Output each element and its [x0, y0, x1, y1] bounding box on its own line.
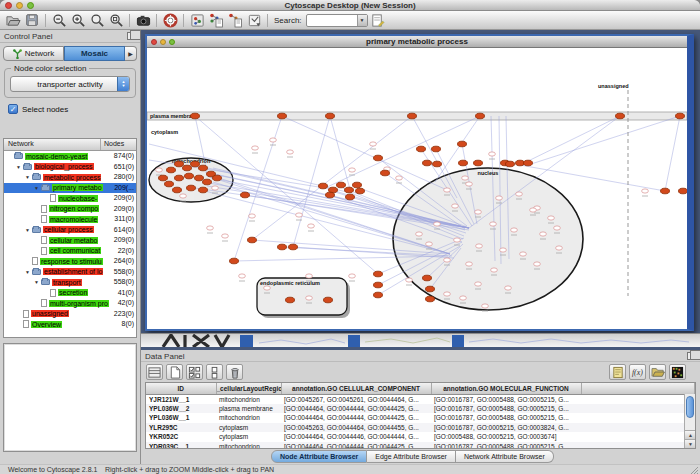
- zoom-fit-icon[interactable]: [107, 12, 125, 29]
- float-data-panel-icon[interactable]: [687, 352, 696, 360]
- network-node[interactable]: [156, 168, 163, 172]
- table-cell[interactable]: YJR121W__1: [146, 394, 216, 404]
- tree-expand-arrow-icon[interactable]: ▼: [25, 172, 32, 182]
- tree-expand-arrow-icon[interactable]: ▼: [16, 162, 23, 172]
- network-node[interactable]: [349, 274, 356, 278]
- tree-row[interactable]: cellular metabo209(0): [4, 235, 136, 246]
- network-node-selected[interactable]: [203, 179, 212, 185]
- tab-network-attribute-browser[interactable]: Network Attribute Browser: [456, 450, 554, 463]
- select-nodes-checkbox[interactable]: ✓: [8, 104, 18, 114]
- network-node-selected[interactable]: [248, 237, 257, 243]
- tab-network[interactable]: Network: [3, 46, 64, 61]
- network-node[interactable]: [505, 286, 512, 290]
- network-node[interactable]: [239, 274, 246, 278]
- table-cell[interactable]: [GO:0016787, GO:0005488, GO:0005215, G..…: [431, 442, 581, 450]
- network-node[interactable]: [516, 192, 523, 196]
- network-node[interactable]: [466, 262, 473, 266]
- network-node-selected[interactable]: [423, 160, 432, 166]
- table-cell[interactable]: YPL036W__1: [146, 413, 216, 423]
- tree-row-label[interactable]: nitrogen compo: [49, 205, 99, 212]
- network-node-selected[interactable]: [474, 160, 483, 166]
- network-node-selected[interactable]: [326, 113, 335, 119]
- network-node-selected[interactable]: [374, 282, 383, 288]
- table-cell[interactable]: [GO:0044464, GO:0044444, GO:0044425, G..…: [281, 413, 431, 423]
- network-node[interactable]: [296, 213, 303, 217]
- table-cell[interactable]: mitochondrion: [216, 413, 281, 423]
- network-node-selected[interactable]: [191, 161, 200, 167]
- table-cell[interactable]: mitochondrion: [216, 442, 281, 450]
- network-node-selected[interactable]: [506, 161, 515, 167]
- tree-expand-arrow-icon[interactable]: ▼: [34, 277, 41, 287]
- tree-row-label[interactable]: multi-organism pro: [49, 300, 109, 307]
- network-node-selected[interactable]: [159, 175, 168, 181]
- table-cell[interactable]: [GO:0016787, GO:0005488, GO:0005215, G..…: [431, 394, 581, 404]
- tree-row[interactable]: ▼primary metabo209(...: [4, 183, 136, 194]
- network-node[interactable]: [396, 176, 403, 180]
- table-column-header[interactable]: ID: [146, 383, 216, 394]
- network-node-selected[interactable]: [458, 141, 467, 147]
- network-node[interactable]: [520, 252, 527, 256]
- table-cell[interactable]: YPL036W__2: [146, 404, 216, 414]
- tree-row[interactable]: ▼metabolic process280(0): [4, 172, 136, 183]
- plasma-membrane-region[interactable]: [147, 112, 687, 120]
- network-node-selected[interactable]: [676, 113, 685, 119]
- network-node[interactable]: [475, 210, 482, 214]
- tree-row-label[interactable]: cell communicat: [49, 247, 101, 254]
- tree-row[interactable]: ▼biological_process651(0): [4, 162, 136, 173]
- table-column-header[interactable]: annotation.GO CELLULAR_COMPONENT: [281, 383, 431, 394]
- network-node[interactable]: [434, 222, 441, 226]
- attribute-grid-icon[interactable]: [146, 364, 163, 380]
- network-node-selected[interactable]: [433, 161, 442, 167]
- tree-row[interactable]: secretion41(0): [4, 288, 136, 299]
- network-node-selected[interactable]: [173, 187, 182, 193]
- network-node[interactable]: [556, 246, 563, 250]
- tree-row-label[interactable]: establishment of lo: [43, 268, 103, 275]
- open-file-icon[interactable]: [4, 12, 22, 29]
- tree-row[interactable]: ▼cellular process614(0): [4, 225, 136, 236]
- network-node-selected[interactable]: [175, 175, 184, 181]
- network-node[interactable]: [540, 232, 547, 236]
- table-cell[interactable]: plasma membrane: [216, 404, 281, 414]
- network-node-selected[interactable]: [459, 160, 468, 166]
- tree-expand-arrow-icon[interactable]: ▼: [25, 267, 32, 277]
- network-node-selected[interactable]: [230, 258, 239, 264]
- network-node-selected[interactable]: [426, 296, 435, 302]
- tree-row-label[interactable]: transport: [52, 279, 82, 286]
- table-row[interactable]: YDR039C__1mitochondrion[GO:0044464, GO:0…: [146, 442, 695, 450]
- network-node-selected[interactable]: [183, 165, 192, 171]
- tree-row-label[interactable]: response to stimulu: [40, 258, 103, 265]
- network-node[interactable]: [475, 282, 482, 286]
- network-node-selected[interactable]: [278, 113, 287, 119]
- network-node-selected[interactable]: [167, 167, 176, 173]
- network-node-selected[interactable]: [175, 161, 184, 167]
- tree-row-label[interactable]: macromolecule: [49, 216, 98, 223]
- network-node[interactable]: [554, 226, 561, 230]
- network-node-selected[interactable]: [616, 113, 625, 119]
- table-cell[interactable]: [GO:0044464, GO:0044444, GO:0044425, G..…: [281, 442, 431, 450]
- tree-row[interactable]: unassigned223(0): [4, 309, 136, 320]
- table-cell[interactable]: cytoplasm: [216, 423, 281, 433]
- table-cell[interactable]: YDR039C__1: [146, 442, 216, 450]
- network-node[interactable]: [444, 258, 451, 262]
- tree-row-label[interactable]: nucleobase-: [58, 195, 98, 202]
- tree-expand-arrow-icon[interactable]: ▼: [34, 183, 41, 193]
- select-attributes-icon[interactable]: [186, 364, 203, 380]
- network-node[interactable]: [530, 208, 537, 212]
- tree-row-label[interactable]: Overview: [31, 321, 62, 328]
- scrollbar-thumb[interactable]: [686, 396, 694, 418]
- scroll-down-icon[interactable]: ▼: [685, 439, 696, 448]
- search-combobox[interactable]: ▼: [306, 14, 368, 27]
- table-cell[interactable]: [GO:0045263, GO:0044464, GO:0044455, G..…: [281, 423, 431, 433]
- resize-grip-icon[interactable]: [690, 466, 699, 474]
- more-tabs-arrow-icon[interactable]: ▶: [125, 46, 137, 61]
- birds-eye-view[interactable]: [3, 343, 137, 452]
- network-node-selected[interactable]: [213, 175, 222, 181]
- tree-row-label[interactable]: unassigned: [31, 310, 69, 317]
- network-node-selected[interactable]: [679, 188, 688, 194]
- network-canvas[interactable]: plasma membranecytoplasmmitochondrionnuc…: [147, 48, 687, 329]
- network-node[interactable]: [308, 224, 315, 228]
- network-node-selected[interactable]: [356, 188, 365, 194]
- tree-row-label[interactable]: biological_process: [34, 163, 94, 170]
- table-cell[interactable]: cytoplasm: [216, 432, 281, 442]
- tree-column-nodes[interactable]: Nodes: [101, 139, 136, 150]
